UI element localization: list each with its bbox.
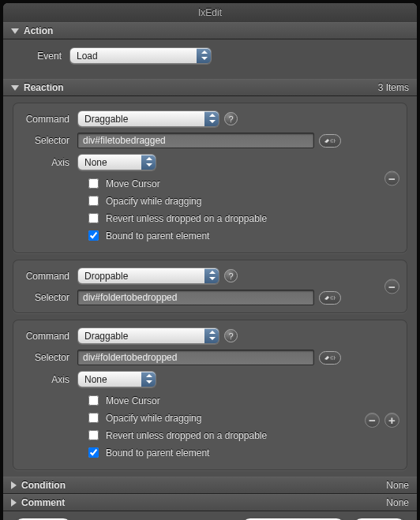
svg-rect-2 [331, 357, 335, 359]
revert-checkbox[interactable] [88, 213, 99, 223]
command-select[interactable]: Draggable [77, 110, 219, 127]
chevron-down-icon [11, 85, 19, 91]
minus-icon: − [369, 414, 376, 426]
opacify-checkbox[interactable] [88, 196, 99, 206]
move-cursor-checkbox[interactable] [88, 178, 99, 189]
bound-label: Bound to parent element [106, 230, 209, 241]
svg-rect-1 [331, 297, 335, 299]
ixedit-window: IxEdit Action Event Load Reaction [3, 3, 417, 520]
command-select[interactable]: Droppable [77, 267, 219, 284]
plus-icon: + [388, 414, 396, 426]
section-header-action[interactable]: Action [3, 22, 417, 39]
element-picker-icon[interactable] [319, 134, 341, 148]
reaction-item: Command Draggable ? Selector [13, 103, 407, 253]
chevron-down-icon [11, 28, 19, 34]
footer: Revert Done and Reload Done [3, 511, 417, 520]
opacify-label: Opacify while dragging [106, 413, 201, 424]
section-header-reaction[interactable]: Reaction 3 Items [3, 79, 417, 96]
help-icon[interactable]: ? [224, 112, 238, 125]
section-header-comment[interactable]: Comment None [3, 494, 417, 511]
selector-input[interactable] [77, 133, 314, 148]
event-select-wrap: Load [69, 47, 212, 64]
bound-label: Bound to parent element [106, 447, 209, 458]
remove-reaction-button[interactable]: − [384, 279, 399, 294]
move-cursor-label: Move Cursor [106, 395, 160, 406]
selector-input[interactable] [77, 350, 314, 365]
bound-checkbox[interactable] [88, 230, 99, 241]
command-label: Command [22, 271, 77, 282]
help-icon[interactable]: ? [224, 269, 238, 282]
command-label: Command [22, 331, 77, 342]
svg-rect-0 [331, 140, 335, 142]
chevron-right-icon [11, 481, 17, 489]
bound-checkbox[interactable] [88, 447, 99, 458]
move-cursor-label: Move Cursor [106, 178, 160, 189]
axis-select[interactable]: None [77, 154, 156, 170]
revert-label: Revert unless dropped on a droppable [106, 430, 267, 441]
event-label: Event [14, 51, 69, 62]
chevron-right-icon [11, 499, 17, 507]
minus-icon: − [388, 172, 396, 184]
section-title-condition: Condition [21, 480, 66, 491]
titlebar[interactable]: IxEdit [3, 3, 417, 22]
window-title: IxEdit [198, 7, 222, 18]
remove-reaction-button[interactable]: − [365, 413, 380, 428]
element-picker-icon[interactable] [319, 351, 341, 365]
section-title-reaction: Reaction [24, 82, 64, 93]
remove-reaction-button[interactable]: − [384, 170, 399, 185]
opacify-checkbox[interactable] [88, 413, 99, 423]
event-select[interactable]: Load [69, 47, 212, 64]
condition-status: None [386, 480, 409, 491]
selector-label: Selector [22, 135, 77, 146]
reaction-count: 3 Items [378, 82, 409, 93]
help-icon[interactable]: ? [224, 329, 238, 342]
axis-label: Axis [22, 374, 77, 385]
element-picker-icon[interactable] [319, 291, 341, 305]
selector-label: Selector [22, 292, 77, 303]
axis-select[interactable]: None [77, 371, 156, 387]
minus-icon: − [388, 281, 396, 293]
action-body: Event Load [3, 39, 417, 79]
command-select[interactable]: Draggable [77, 327, 219, 344]
add-reaction-button[interactable]: + [384, 413, 399, 428]
revert-checkbox[interactable] [88, 430, 99, 440]
section-header-condition[interactable]: Condition None [3, 477, 417, 494]
selector-input[interactable] [77, 290, 314, 305]
reaction-item: Command Droppable ? Selector [13, 260, 407, 313]
reaction-item: Command Draggable ? Selector [13, 320, 407, 470]
selector-label: Selector [22, 352, 77, 363]
axis-label: Axis [22, 157, 77, 168]
comment-status: None [386, 497, 409, 508]
move-cursor-checkbox[interactable] [88, 395, 99, 406]
section-title-action: Action [24, 25, 53, 36]
revert-label: Revert unless dropped on a droppable [106, 213, 267, 224]
section-title-comment: Comment [21, 497, 65, 508]
opacify-label: Opacify while dragging [106, 196, 201, 207]
command-label: Command [22, 114, 77, 125]
